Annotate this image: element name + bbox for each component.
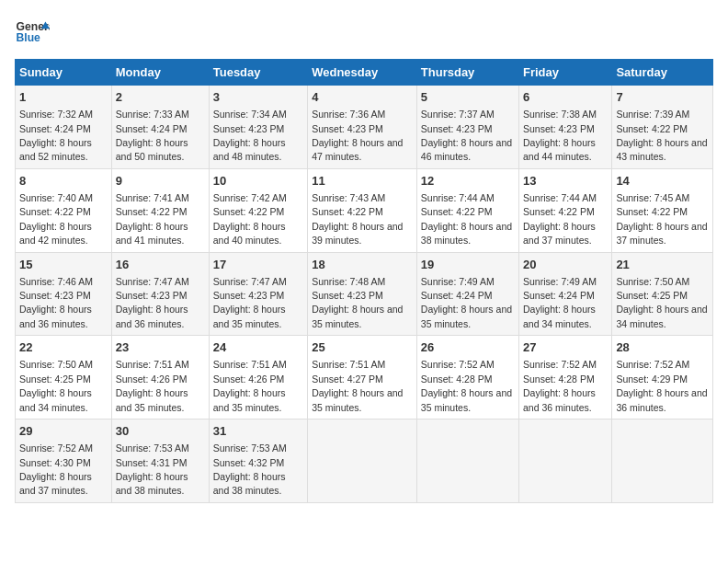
calendar-header-saturday: Saturday (612, 60, 713, 86)
calendar-cell: 18 Sunrise: 7:48 AM Sunset: 4:23 PM Dayl… (308, 252, 417, 336)
day-number: 20 (523, 257, 608, 273)
day-sunrise: Sunrise: 7:52 AM (421, 359, 495, 370)
calendar-cell: 8 Sunrise: 7:40 AM Sunset: 4:22 PM Dayli… (16, 168, 112, 252)
calendar-cell: 4 Sunrise: 7:36 AM Sunset: 4:23 PM Dayli… (308, 86, 417, 169)
day-sunrise: Sunrise: 7:41 AM (116, 192, 189, 203)
day-number: 18 (312, 257, 413, 273)
day-number: 19 (421, 257, 515, 273)
calendar-cell (308, 419, 417, 503)
calendar-cell: 30 Sunrise: 7:53 AM Sunset: 4:31 PM Dayl… (111, 419, 209, 503)
calendar-cell: 13 Sunrise: 7:44 AM Sunset: 4:22 PM Dayl… (519, 168, 612, 252)
day-number: 3 (213, 89, 303, 106)
day-daylight: Daylight: 8 hours and 35 minutes. (213, 387, 286, 412)
calendar-cell: 17 Sunrise: 7:47 AM Sunset: 4:23 PM Dayl… (209, 252, 307, 336)
day-sunset: Sunset: 4:24 PM (19, 123, 91, 134)
day-sunset: Sunset: 4:24 PM (523, 290, 595, 301)
day-daylight: Daylight: 8 hours and 39 minutes. (312, 221, 403, 246)
day-daylight: Daylight: 8 hours and 47 minutes. (312, 137, 403, 162)
day-number: 10 (213, 173, 303, 190)
day-sunrise: Sunrise: 7:42 AM (213, 192, 287, 203)
day-number: 11 (312, 173, 413, 190)
day-daylight: Daylight: 8 hours and 46 minutes. (421, 137, 512, 162)
calendar-cell: 23 Sunrise: 7:51 AM Sunset: 4:26 PM Dayl… (111, 336, 209, 419)
day-daylight: Daylight: 8 hours and 34 minutes. (19, 387, 92, 412)
day-daylight: Daylight: 8 hours and 35 minutes. (213, 304, 286, 328)
calendar-header-friday: Friday (519, 60, 612, 86)
day-number: 15 (19, 257, 108, 273)
calendar-cell (612, 419, 713, 503)
day-number: 30 (116, 423, 205, 440)
day-sunset: Sunset: 4:23 PM (19, 290, 91, 301)
svg-text:Blue: Blue (17, 31, 41, 44)
day-daylight: Daylight: 8 hours and 34 minutes. (523, 304, 596, 328)
calendar-cell: 1 Sunrise: 7:32 AM Sunset: 4:24 PM Dayli… (16, 86, 112, 169)
day-sunset: Sunset: 4:23 PM (421, 123, 493, 134)
day-sunrise: Sunrise: 7:39 AM (616, 109, 689, 120)
calendar-cell: 10 Sunrise: 7:42 AM Sunset: 4:22 PM Dayl… (209, 168, 307, 252)
day-number: 31 (213, 423, 303, 440)
day-sunrise: Sunrise: 7:52 AM (523, 359, 597, 370)
calendar-cell: 14 Sunrise: 7:45 AM Sunset: 4:22 PM Dayl… (612, 168, 713, 252)
day-daylight: Daylight: 8 hours and 38 minutes. (421, 221, 512, 246)
calendar-cell: 24 Sunrise: 7:51 AM Sunset: 4:26 PM Dayl… (209, 336, 307, 419)
day-daylight: Daylight: 8 hours and 35 minutes. (421, 387, 512, 412)
day-sunset: Sunset: 4:22 PM (421, 206, 493, 217)
day-sunset: Sunset: 4:22 PM (213, 206, 285, 217)
day-sunrise: Sunrise: 7:47 AM (213, 276, 287, 287)
day-daylight: Daylight: 8 hours and 35 minutes. (116, 387, 188, 412)
day-daylight: Daylight: 8 hours and 35 minutes. (312, 304, 403, 328)
day-sunrise: Sunrise: 7:36 AM (312, 109, 385, 120)
day-number: 7 (616, 89, 709, 106)
day-sunset: Sunset: 4:31 PM (116, 457, 188, 468)
day-daylight: Daylight: 8 hours and 40 minutes. (213, 221, 286, 246)
logo-icon: General Blue (15, 15, 50, 50)
day-sunset: Sunset: 4:27 PM (312, 373, 383, 385)
calendar-cell: 21 Sunrise: 7:50 AM Sunset: 4:25 PM Dayl… (612, 252, 713, 336)
calendar-week-row: 15 Sunrise: 7:46 AM Sunset: 4:23 PM Dayl… (16, 252, 713, 336)
day-number: 27 (523, 339, 608, 356)
day-sunset: Sunset: 4:22 PM (312, 206, 383, 217)
day-number: 17 (213, 257, 303, 273)
day-sunrise: Sunrise: 7:38 AM (523, 109, 597, 120)
day-number: 25 (312, 339, 413, 356)
calendar-header-monday: Monday (111, 60, 209, 86)
day-daylight: Daylight: 8 hours and 52 minutes. (19, 137, 92, 162)
day-number: 23 (116, 339, 205, 356)
day-sunset: Sunset: 4:23 PM (116, 290, 188, 301)
day-sunrise: Sunrise: 7:34 AM (213, 109, 287, 120)
day-sunset: Sunset: 4:23 PM (213, 290, 285, 301)
day-sunset: Sunset: 4:29 PM (616, 373, 688, 385)
day-daylight: Daylight: 8 hours and 37 minutes. (616, 221, 707, 246)
calendar-header-thursday: Thursday (416, 60, 518, 86)
day-sunset: Sunset: 4:23 PM (213, 123, 285, 134)
day-number: 29 (19, 423, 108, 440)
day-number: 1 (19, 89, 108, 106)
day-number: 22 (19, 339, 108, 356)
calendar-cell: 12 Sunrise: 7:44 AM Sunset: 4:22 PM Dayl… (416, 168, 518, 252)
calendar-cell: 27 Sunrise: 7:52 AM Sunset: 4:28 PM Dayl… (519, 336, 612, 419)
day-sunset: Sunset: 4:22 PM (116, 206, 188, 217)
day-sunrise: Sunrise: 7:43 AM (312, 192, 385, 203)
day-daylight: Daylight: 8 hours and 38 minutes. (116, 471, 188, 496)
day-sunset: Sunset: 4:25 PM (19, 373, 91, 385)
calendar-cell (416, 419, 518, 503)
day-sunrise: Sunrise: 7:49 AM (523, 276, 597, 287)
day-sunset: Sunset: 4:26 PM (116, 373, 188, 385)
day-sunset: Sunset: 4:28 PM (523, 373, 595, 385)
calendar-cell: 29 Sunrise: 7:52 AM Sunset: 4:30 PM Dayl… (16, 419, 112, 503)
day-daylight: Daylight: 8 hours and 37 minutes. (523, 221, 596, 246)
day-sunset: Sunset: 4:22 PM (616, 206, 688, 217)
day-number: 13 (523, 173, 608, 190)
day-sunrise: Sunrise: 7:33 AM (116, 109, 189, 120)
calendar-cell: 3 Sunrise: 7:34 AM Sunset: 4:23 PM Dayli… (209, 86, 307, 169)
calendar-cell: 5 Sunrise: 7:37 AM Sunset: 4:23 PM Dayli… (416, 86, 518, 169)
day-number: 26 (421, 339, 515, 356)
calendar-cell: 19 Sunrise: 7:49 AM Sunset: 4:24 PM Dayl… (416, 252, 518, 336)
day-sunrise: Sunrise: 7:52 AM (616, 359, 689, 370)
day-sunrise: Sunrise: 7:52 AM (19, 442, 93, 454)
day-sunrise: Sunrise: 7:51 AM (213, 359, 287, 370)
calendar-cell: 20 Sunrise: 7:49 AM Sunset: 4:24 PM Dayl… (519, 252, 612, 336)
day-sunrise: Sunrise: 7:50 AM (19, 359, 93, 370)
day-sunrise: Sunrise: 7:47 AM (116, 276, 189, 287)
day-daylight: Daylight: 8 hours and 36 minutes. (523, 387, 596, 412)
